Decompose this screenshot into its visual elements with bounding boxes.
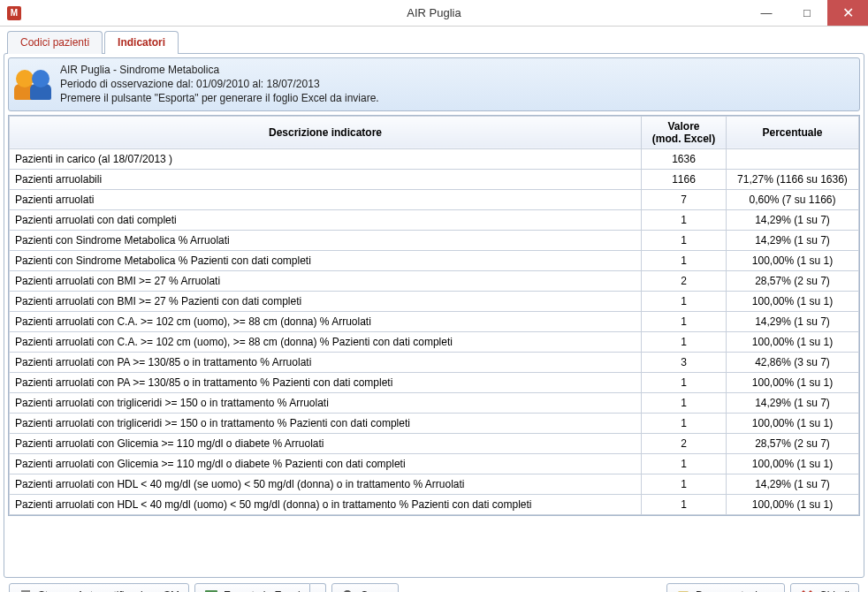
table-row[interactable]: Pazienti arruolati con HDL < 40 mg/dl (s… <box>10 474 859 494</box>
cell-valore: 1636 <box>642 148 727 169</box>
cell-valore: 7 <box>642 189 727 209</box>
col-header-valore-l2: (mod. Excel) <box>652 133 715 145</box>
cell-percentuale: 100,00% (1 su 1) <box>727 291 859 311</box>
table-row[interactable]: Pazienti con Sindrome Metabolica % Pazie… <box>10 250 859 270</box>
cell-valore: 2 <box>642 270 727 291</box>
cell-desc: Pazienti arruolati con BMI >= 27 % Pazie… <box>10 291 642 311</box>
app-icon: M <box>7 6 21 20</box>
table-row[interactable]: Pazienti arruolati con dati completi114,… <box>10 209 859 230</box>
close-window-button[interactable]: ✕ <box>827 0 868 26</box>
table-row[interactable]: Pazienti arruolati con HDL < 40 mg/dl (u… <box>10 494 859 514</box>
cell-desc: Pazienti in carico (al 18/07/2013 ) <box>10 148 642 169</box>
table-row[interactable]: Pazienti arruolati con Glicemia >= 110 m… <box>10 433 859 453</box>
cell-percentuale: 71,27% (1166 su 1636) <box>727 169 859 189</box>
cell-valore: 1166 <box>642 169 727 189</box>
cell-percentuale: 42,86% (3 su 7) <box>727 352 859 372</box>
cell-desc: Pazienti arruolati con trigliceridi >= 1… <box>10 392 642 413</box>
maximize-button[interactable]: □ <box>787 0 827 26</box>
col-header-desc[interactable]: Descrizione indicatore <box>10 116 642 148</box>
printer-icon <box>19 588 33 592</box>
cell-valore: 1 <box>642 413 727 433</box>
col-header-valore[interactable]: Valore (mod. Excel) <box>642 116 727 148</box>
cell-desc: Pazienti arruolati con BMI >= 27 % Arruo… <box>10 270 642 291</box>
table-row[interactable]: Pazienti arruolati con trigliceridi >= 1… <box>10 392 859 413</box>
cell-percentuale <box>727 148 859 169</box>
cell-desc: Pazienti arruolati con C.A. >= 102 cm (u… <box>10 311 642 331</box>
cell-desc: Pazienti arruolati con Glicemia >= 110 m… <box>10 433 642 453</box>
cell-percentuale: 100,00% (1 su 1) <box>727 250 859 270</box>
cell-percentuale: 100,00% (1 su 1) <box>727 413 859 433</box>
cell-valore: 1 <box>642 291 727 311</box>
info-bar: AIR Puglia - Sindrome Metabolica Periodo… <box>8 57 860 111</box>
help-icon <box>676 588 690 592</box>
cell-valore: 1 <box>642 494 727 514</box>
info-text: AIR Puglia - Sindrome Metabolica Periodo… <box>60 63 379 106</box>
cell-desc: Pazienti arruolati con dati completi <box>10 209 642 230</box>
table-row[interactable]: Pazienti arruolati con C.A. >= 102 cm (u… <box>10 331 859 352</box>
table-row[interactable]: Pazienti arruolati con PA >= 130/85 o in… <box>10 372 859 392</box>
cell-valore: 1 <box>642 453 727 474</box>
col-header-valore-l1: Valore <box>667 120 699 133</box>
print-button[interactable]: Stampa Autocertificazione SM <box>9 583 189 592</box>
table-row[interactable]: Pazienti arruolati con trigliceridi >= 1… <box>10 413 859 433</box>
cell-desc: Pazienti arruolabili <box>10 169 642 189</box>
cell-desc: Pazienti arruolati con HDL < 40 mg/dl (s… <box>10 474 642 494</box>
export-dropdown-arrow[interactable]: ▾ <box>310 583 326 592</box>
search-icon <box>341 588 355 592</box>
cell-valore: 1 <box>642 372 727 392</box>
cell-desc: Pazienti arruolati con HDL < 40 mg/dl (u… <box>10 494 642 514</box>
cell-percentuale: 100,00% (1 su 1) <box>727 331 859 352</box>
cell-percentuale: 14,29% (1 su 7) <box>727 230 859 250</box>
table-row[interactable]: Pazienti arruolati con Glicemia >= 110 m… <box>10 453 859 474</box>
cell-valore: 1 <box>642 474 727 494</box>
tab-codici-pazienti[interactable]: Codici pazienti <box>7 31 103 54</box>
info-line1: AIR Puglia - Sindrome Metabolica <box>60 63 379 77</box>
cell-percentuale: 14,29% (1 su 7) <box>727 311 859 331</box>
cell-desc: Pazienti arruolati con PA >= 130/85 o in… <box>10 352 642 372</box>
info-line3: Premere il pulsante "Esporta" per genera… <box>60 91 379 105</box>
cell-valore: 1 <box>642 331 727 352</box>
bottom-toolbar: Stampa Autocertificazione SM Esporta in … <box>4 578 864 592</box>
close-icon <box>800 588 814 592</box>
titlebar: M AIR Puglia — □ ✕ <box>0 0 868 27</box>
cell-desc: Pazienti arruolati con C.A. >= 102 cm (u… <box>10 331 642 352</box>
excel-icon <box>204 588 218 592</box>
cell-desc: Pazienti con Sindrome Metabolica % Pazie… <box>10 250 642 270</box>
table-row[interactable]: Pazienti in carico (al 18/07/2013 )1636 <box>10 148 859 169</box>
docs-button[interactable]: Documentazione <box>666 583 785 592</box>
patients-icon <box>16 68 49 100</box>
col-header-percentuale[interactable]: Percentuale <box>727 116 859 148</box>
grid-header-row: Descrizione indicatore Valore (mod. Exce… <box>10 116 859 148</box>
window-controls: — □ ✕ <box>746 0 868 26</box>
cell-desc: Pazienti arruolati con trigliceridi >= 1… <box>10 413 642 433</box>
cell-valore: 2 <box>642 433 727 453</box>
indicator-grid: Descrizione indicatore Valore (mod. Exce… <box>8 115 860 516</box>
cell-valore: 1 <box>642 230 727 250</box>
close-button[interactable]: Chiudi <box>790 583 859 592</box>
cell-valore: 3 <box>642 352 727 372</box>
table-row[interactable]: Pazienti arruolabili116671,27% (1166 su … <box>10 169 859 189</box>
table-row[interactable]: Pazienti arruolati con BMI >= 27 % Pazie… <box>10 291 859 311</box>
cell-valore: 1 <box>642 392 727 413</box>
export-button[interactable]: Esporta in Excel <box>194 583 310 592</box>
cell-valore: 1 <box>642 250 727 270</box>
cell-desc: Pazienti arruolati con PA >= 130/85 o in… <box>10 372 642 392</box>
cell-valore: 1 <box>642 209 727 230</box>
cell-desc: Pazienti arruolati con Glicemia >= 110 m… <box>10 453 642 474</box>
search-button[interactable]: Cerca <box>331 583 399 592</box>
table-row[interactable]: Pazienti con Sindrome Metabolica % Arruo… <box>10 230 859 250</box>
cell-percentuale: 100,00% (1 su 1) <box>727 494 859 514</box>
main-panel: AIR Puglia - Sindrome Metabolica Periodo… <box>4 53 864 578</box>
table-row[interactable]: Pazienti arruolati con BMI >= 27 % Arruo… <box>10 270 859 291</box>
info-line2: Periodo di osservazione dal: 01/09/2010 … <box>60 77 379 91</box>
tabstrip: Codici pazienti Indicatori <box>4 30 864 53</box>
tab-indicatori[interactable]: Indicatori <box>104 31 179 54</box>
minimize-button[interactable]: — <box>746 0 787 26</box>
table-row[interactable]: Pazienti arruolati con PA >= 130/85 o in… <box>10 352 859 372</box>
cell-percentuale: 28,57% (2 su 7) <box>727 270 859 291</box>
cell-percentuale: 100,00% (1 su 1) <box>727 453 859 474</box>
cell-valore: 1 <box>642 311 727 331</box>
table-row[interactable]: Pazienti arruolati70,60% (7 su 1166) <box>10 189 859 209</box>
table-row[interactable]: Pazienti arruolati con C.A. >= 102 cm (u… <box>10 311 859 331</box>
cell-percentuale: 0,60% (7 su 1166) <box>727 189 859 209</box>
